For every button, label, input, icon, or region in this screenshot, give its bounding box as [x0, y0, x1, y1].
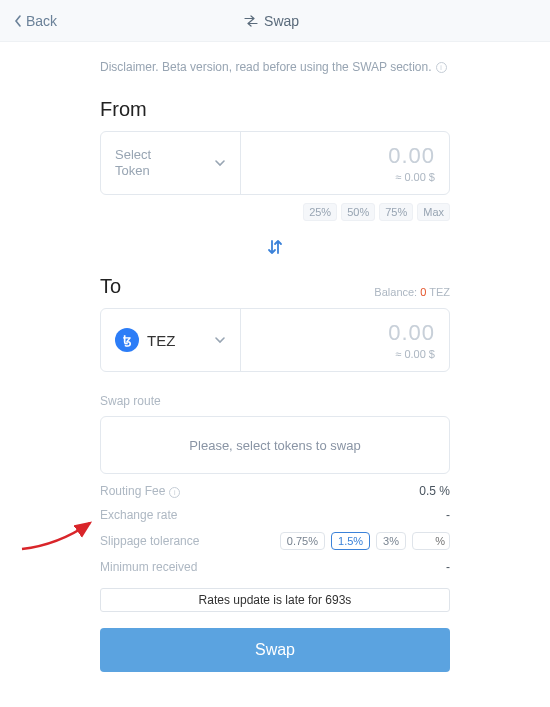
min-received-row: Minimum received -: [100, 560, 450, 574]
slippage-custom-input[interactable]: [412, 532, 450, 550]
swap-vert-icon: [265, 237, 285, 257]
select-token-placeholder: Select Token: [115, 147, 151, 178]
disclaimer-text[interactable]: Disclaimer. Beta version, read before us…: [100, 60, 450, 74]
info-icon: i: [436, 62, 447, 73]
swap-horiz-icon: [244, 15, 258, 27]
page-title: Swap: [57, 13, 486, 29]
to-token-select[interactable]: ꜩ TEZ: [101, 309, 241, 371]
pct-75-button[interactable]: 75%: [379, 203, 413, 221]
to-balance: Balance: 0 TEZ: [374, 286, 450, 298]
from-token-row: Select Token 0.00 ≈ 0.00 $: [100, 131, 450, 195]
to-amount-display: 0.00 ≈ 0.00 $: [241, 309, 449, 371]
routing-fee-row: Routing Feei 0.5 %: [100, 484, 450, 498]
swap-route-box: Please, select tokens to swap: [100, 416, 450, 474]
swap-direction-button[interactable]: [265, 237, 285, 261]
pct-50-button[interactable]: 50%: [341, 203, 375, 221]
rate-warning: Rates update is late for 693s: [100, 588, 450, 612]
chevron-down-icon: [214, 336, 226, 344]
slippage-15-button[interactable]: 1.5%: [331, 532, 370, 550]
from-token-select[interactable]: Select Token: [101, 132, 241, 194]
to-label: To: [100, 275, 121, 298]
chevron-down-icon: [214, 159, 226, 167]
slippage-row: Slippage tolerance 0.75% 1.5% 3%: [100, 532, 450, 550]
back-label: Back: [26, 13, 57, 29]
to-amount-fiat: ≈ 0.00 $: [395, 348, 435, 360]
from-label: From: [100, 98, 450, 121]
from-amount-input[interactable]: 0.00 ≈ 0.00 $: [241, 132, 449, 194]
slippage-075-button[interactable]: 0.75%: [280, 532, 325, 550]
to-token-row: ꜩ TEZ 0.00 ≈ 0.00 $: [100, 308, 450, 372]
from-amount-fiat: ≈ 0.00 $: [395, 171, 435, 183]
slippage-3-button[interactable]: 3%: [376, 532, 406, 550]
to-amount-value: 0.00: [388, 320, 435, 346]
pct-max-button[interactable]: Max: [417, 203, 450, 221]
to-token-symbol: TEZ: [147, 332, 175, 349]
swap-button[interactable]: Swap: [100, 628, 450, 672]
chevron-left-icon: [14, 15, 22, 27]
from-amount-value: 0.00: [388, 143, 435, 169]
exchange-rate-row: Exchange rate -: [100, 508, 450, 522]
back-button[interactable]: Back: [14, 13, 57, 29]
info-icon: i: [169, 487, 180, 498]
from-pct-row: 25% 50% 75% Max: [100, 203, 450, 221]
tez-token-icon: ꜩ: [115, 328, 139, 352]
swap-route-label: Swap route: [100, 394, 450, 408]
pct-25-button[interactable]: 25%: [303, 203, 337, 221]
